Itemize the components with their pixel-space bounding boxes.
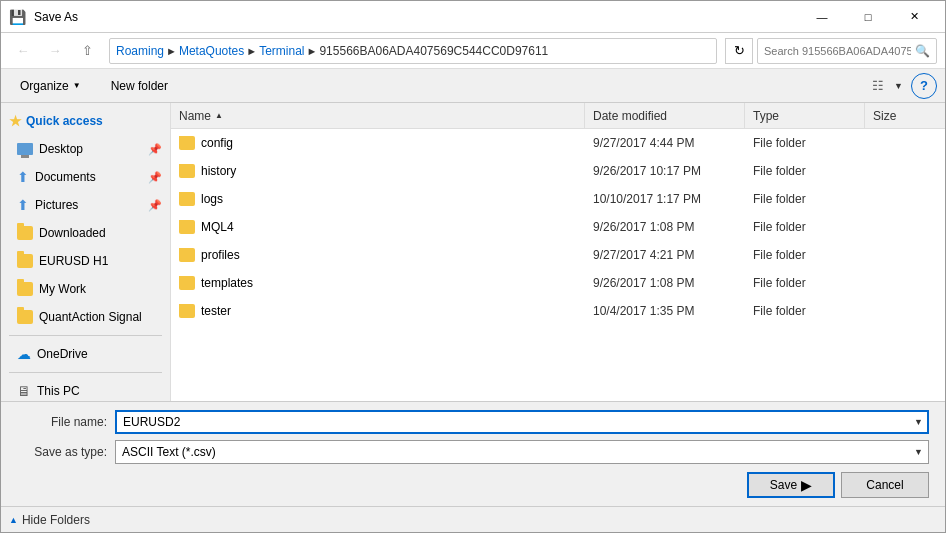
chevron-down-icon: ▼: [73, 81, 81, 90]
table-row[interactable]: MQL4 9/26/2017 1:08 PM File folder: [171, 213, 945, 241]
table-row[interactable]: tester 10/4/2017 1:35 PM File folder: [171, 297, 945, 325]
folder-icon: [179, 248, 195, 262]
breadcrumb-item[interactable]: Terminal: [259, 44, 304, 58]
file-rows-container: config 9/27/2017 4:44 PM File folder his…: [171, 129, 945, 325]
downloaded-label: Downloaded: [39, 226, 106, 240]
minimize-button[interactable]: —: [799, 1, 845, 33]
forward-button[interactable]: →: [41, 37, 69, 65]
filename-label: File name:: [17, 415, 107, 429]
file-date: 9/26/2017 1:08 PM: [585, 276, 745, 290]
col-name-header[interactable]: Name ▲: [171, 103, 585, 128]
quantaction-label: QuantAction Signal: [39, 310, 142, 324]
table-row[interactable]: history 9/26/2017 10:17 PM File folder: [171, 157, 945, 185]
back-button[interactable]: ←: [9, 37, 37, 65]
sidebar: ★ Quick access Desktop 📌 ⬆ Documents 📌 ⬆…: [1, 103, 171, 401]
folder-icon: [17, 282, 33, 296]
file-name: history: [201, 164, 236, 178]
sidebar-item-documents[interactable]: ⬆ Documents 📌: [1, 163, 170, 191]
sidebar-item-quantaction[interactable]: QuantAction Signal: [1, 303, 170, 331]
view-button[interactable]: ☷: [864, 72, 892, 100]
folder-icon: [179, 304, 195, 318]
pictures-label: Pictures: [35, 198, 78, 212]
thispc-label: This PC: [37, 384, 80, 398]
folder-icon: [179, 276, 195, 290]
title-bar: 💾 Save As — □ ✕: [1, 1, 945, 33]
filename-input-wrap: [115, 410, 929, 434]
table-row[interactable]: config 9/27/2017 4:44 PM File folder: [171, 129, 945, 157]
col-date-header[interactable]: Date modified: [585, 103, 745, 128]
sidebar-divider: [9, 335, 162, 336]
save-label: Save: [770, 478, 797, 492]
sidebar-item-eurusd[interactable]: EURUSD H1: [1, 247, 170, 275]
documents-icon: ⬆: [17, 169, 29, 185]
cursor-indicator: ▶: [801, 477, 812, 493]
col-type-header[interactable]: Type: [745, 103, 865, 128]
breadcrumb-separator: ►: [166, 45, 177, 57]
sidebar-item-thispc[interactable]: 🖥 This PC: [1, 377, 170, 401]
folder-icon: [179, 220, 195, 234]
search-input[interactable]: [764, 45, 911, 57]
bottom-bar: File name: Save as type: ASCII Text (*.c…: [1, 401, 945, 506]
table-row[interactable]: logs 10/10/2017 1:17 PM File folder: [171, 185, 945, 213]
breadcrumb: Roaming ► MetaQuotes ► Terminal ► 915566…: [109, 38, 717, 64]
eurusd-label: EURUSD H1: [39, 254, 108, 268]
chevron-up-icon: ▲: [9, 515, 18, 525]
nav-bar: ← → ⇧ Roaming ► MetaQuotes ► Terminal ► …: [1, 33, 945, 69]
pin-icon: 📌: [148, 143, 162, 156]
pictures-icon: ⬆: [17, 197, 29, 213]
file-type: File folder: [745, 248, 865, 262]
filename-input[interactable]: [115, 410, 929, 434]
file-name: MQL4: [201, 220, 234, 234]
sidebar-item-onedrive[interactable]: ☁ OneDrive: [1, 340, 170, 368]
desktop-label: Desktop: [39, 142, 83, 156]
file-name: templates: [201, 276, 253, 290]
up-button[interactable]: ⇧: [73, 37, 101, 65]
col-size-header[interactable]: Size: [865, 103, 945, 128]
file-date: 9/27/2017 4:21 PM: [585, 248, 745, 262]
table-row[interactable]: templates 9/26/2017 1:08 PM File folder: [171, 269, 945, 297]
sidebar-item-desktop[interactable]: Desktop 📌: [1, 135, 170, 163]
cancel-button[interactable]: Cancel: [841, 472, 929, 498]
saveas-select[interactable]: ASCII Text (*.csv): [115, 440, 929, 464]
file-date: 9/26/2017 10:17 PM: [585, 164, 745, 178]
organize-button[interactable]: Organize ▼: [9, 73, 92, 99]
hide-folders-bar[interactable]: ▲ Hide Folders: [1, 506, 945, 532]
view-controls: ☷ ▼: [864, 72, 903, 100]
maximize-button[interactable]: □: [845, 1, 891, 33]
sidebar-divider: [9, 372, 162, 373]
file-name: config: [201, 136, 233, 150]
breadcrumb-current: 915566BA06ADA407569C544CC0D97611: [319, 44, 548, 58]
dialog-title: Save As: [34, 10, 78, 24]
sidebar-item-downloaded[interactable]: Downloaded: [1, 219, 170, 247]
folder-icon: [17, 310, 33, 324]
breadcrumb-item[interactable]: Roaming: [116, 44, 164, 58]
help-button[interactable]: ?: [911, 73, 937, 99]
desktop-icon: [17, 143, 33, 155]
save-as-dialog: 💾 Save As — □ ✕ ← → ⇧ Roaming ► MetaQuot…: [0, 0, 946, 533]
save-button[interactable]: Save ▶: [747, 472, 835, 498]
breadcrumb-separator: ►: [246, 45, 257, 57]
sidebar-item-mywork[interactable]: My Work: [1, 275, 170, 303]
new-folder-button[interactable]: New folder: [100, 73, 179, 99]
quick-access-header[interactable]: ★ Quick access: [1, 107, 170, 135]
file-name: profiles: [201, 248, 240, 262]
name-sort-label: Name: [179, 109, 211, 123]
filename-row: File name:: [17, 410, 929, 434]
file-list-header: Name ▲ Date modified Type Size: [171, 103, 945, 129]
buttons-row: Save ▶ Cancel: [17, 472, 929, 498]
table-row[interactable]: profiles 9/27/2017 4:21 PM File folder: [171, 241, 945, 269]
file-type: File folder: [745, 276, 865, 290]
documents-label: Documents: [35, 170, 96, 184]
breadcrumb-item[interactable]: MetaQuotes: [179, 44, 244, 58]
file-type: File folder: [745, 136, 865, 150]
file-date: 10/10/2017 1:17 PM: [585, 192, 745, 206]
file-name: logs: [201, 192, 223, 206]
refresh-button[interactable]: ↻: [725, 38, 753, 64]
pin-icon: 📌: [148, 199, 162, 212]
close-button[interactable]: ✕: [891, 1, 937, 33]
breadcrumb-separator: ►: [307, 45, 318, 57]
search-bar: 🔍: [757, 38, 937, 64]
title-bar-controls: — □ ✕: [799, 1, 937, 33]
sidebar-item-pictures[interactable]: ⬆ Pictures 📌: [1, 191, 170, 219]
hide-folders-label: Hide Folders: [22, 513, 90, 527]
